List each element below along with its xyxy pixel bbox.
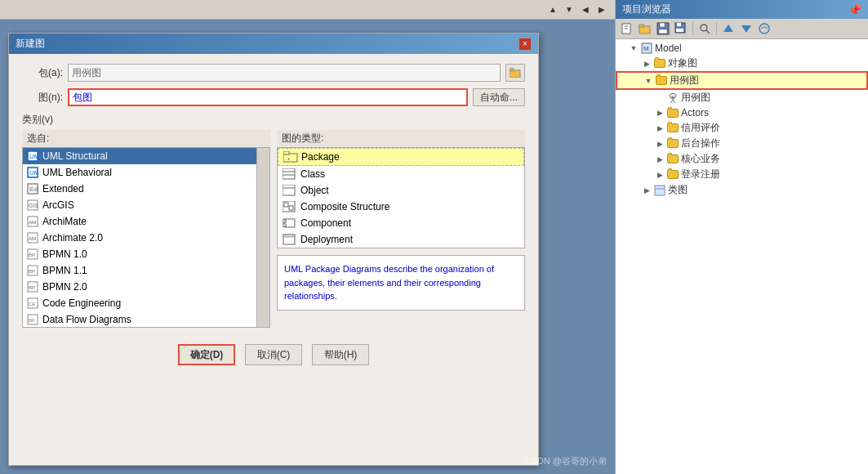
diagram-type-package[interactable]: + Package [278, 148, 524, 166]
description-area: UML Package Diagrams describe the organi… [277, 255, 525, 311]
toolbar-save-btn[interactable] [655, 20, 671, 37]
object-type-label: Object [300, 185, 329, 196]
toolbar-link-btn[interactable] [756, 20, 772, 37]
tree-use-case-folder-label: 用例图 [670, 74, 699, 87]
tree-use-case-item[interactable]: ▶ 用例图 [616, 90, 868, 105]
list-item-extended[interactable]: Ext Extended [23, 181, 256, 197]
expand-credit[interactable]: ▶ [655, 123, 665, 133]
list-item-code-eng[interactable]: CE Code Engineering [23, 295, 256, 311]
list-item-label: ArcGIS [42, 199, 74, 211]
class-diagram-icon [283, 168, 296, 180]
tree-use-case-folder[interactable]: ▼ 用例图 [616, 71, 868, 90]
tree-login-label: 登录注册 [681, 168, 720, 181]
tree-objects[interactable]: ▶ 对象图 [616, 56, 868, 71]
tree-class-folder[interactable]: ▶ 类图 [616, 182, 868, 198]
class-type-label: Class [300, 168, 325, 180]
tree-class-label: 类图 [668, 183, 688, 197]
svg-text:BP: BP [29, 269, 35, 274]
toolbar-open-btn[interactable] [637, 20, 653, 37]
list-item-label: BPMN 1.1 [42, 265, 87, 276]
cancel-button[interactable]: 取消(C) [245, 344, 302, 365]
diagram-type-object[interactable]: Object [278, 182, 524, 199]
confirm-button[interactable]: 确定(D) [178, 344, 235, 365]
toolbar-nav-right[interactable]: ▶ [595, 3, 608, 16]
toolbar-up-btn[interactable]: ▲ [546, 3, 559, 16]
toolbar-up-nav-btn[interactable] [720, 20, 737, 37]
tree-model-root[interactable]: ▼ M Model [616, 41, 868, 56]
sidebar-tree[interactable]: ▼ M Model ▶ 对象图 ▼ 用例图 [616, 39, 868, 474]
tree-use-case-item-label: 用例图 [681, 91, 710, 105]
expand-model[interactable]: ▼ [629, 43, 639, 53]
toolbar-divider2 [716, 22, 717, 35]
svg-text:UML: UML [29, 153, 38, 160]
categories-scrollbar[interactable] [256, 148, 269, 327]
tree-login-folder[interactable]: ▶ 登录注册 [616, 167, 868, 182]
list-item-uml-structural[interactable]: UML UML Structural [23, 148, 256, 164]
composite-type-label: Composite Structure [300, 201, 389, 212]
expand-login[interactable]: ▶ [655, 170, 665, 180]
tree-credit-folder[interactable]: ▶ 信用评价 [616, 120, 868, 136]
expand-use-case[interactable]: ▼ [643, 76, 653, 86]
toolbar-search-btn[interactable] [697, 20, 713, 37]
backend-folder-icon [666, 137, 679, 150]
diagram-types-panel: 图的类型: + [277, 130, 525, 328]
package-diagram-icon: + [283, 151, 296, 163]
diagram-name-input[interactable] [68, 88, 468, 106]
expand-core[interactable]: ▶ [655, 154, 665, 164]
toolbar-nav-left[interactable]: ◀ [579, 3, 592, 16]
sidebar-pin-btn[interactable]: 📌 [848, 3, 861, 16]
toolbar-new-btn[interactable] [619, 20, 635, 37]
toolbar-down-nav-btn[interactable] [738, 20, 754, 37]
dialog-body: 包(a): 图(n): 自动命... 类别(v) [9, 54, 538, 382]
list-item-label: Code Engineering [42, 297, 121, 309]
list-item-archimate2[interactable]: AM Archimate 2.0 [23, 230, 256, 246]
tree-backend-folder[interactable]: ▶ 后台操作 [616, 136, 868, 151]
diagram-type-component[interactable]: Component [278, 215, 524, 231]
svg-text:BP: BP [29, 253, 35, 257]
expand-actors[interactable]: ▶ [655, 108, 665, 118]
bpmn2-icon: BP [26, 280, 39, 293]
svg-rect-25 [283, 151, 289, 154]
toolbar-save-all-btn[interactable] [673, 20, 689, 37]
toolbar-divider [692, 22, 693, 35]
tree-core-folder[interactable]: ▶ 核心业务 [616, 151, 868, 167]
dialog-title-bar: 新建图 × [9, 34, 538, 54]
svg-rect-27 [283, 168, 295, 179]
diagram-types-list[interactable]: + Package Class [277, 148, 525, 248]
svg-point-55 [759, 24, 769, 34]
type-label: 图的类型: [277, 130, 525, 148]
list-item-label: BPMN 2.0 [42, 281, 87, 293]
list-item-data-flow[interactable]: DF Data Flow Diagrams [23, 311, 256, 327]
list-item-bpmn1[interactable]: BP BPMN 1.0 [23, 246, 256, 262]
expand-backend[interactable]: ▶ [655, 139, 665, 149]
tree-actors-folder[interactable]: ▶ Actors [616, 105, 868, 120]
package-input[interactable] [68, 64, 501, 82]
toolbar-down-btn[interactable]: ▼ [563, 3, 576, 16]
list-item-bpmn2[interactable]: BP BPMN 2.0 [23, 279, 256, 295]
browse-button[interactable] [505, 64, 525, 82]
list-item-bpmn11[interactable]: BP BPMN 1.1 [23, 262, 256, 279]
svg-text:AM: AM [29, 220, 36, 225]
diagram-type-deployment[interactable]: Deployment [278, 231, 524, 248]
list-item-uml-behavioral[interactable]: UML UML Behavioral [23, 164, 256, 181]
diagram-type-composite[interactable]: Composite Structure [278, 199, 524, 215]
expand-objects[interactable]: ▶ [642, 59, 652, 69]
archimate-icon: AM [26, 215, 39, 228]
arcgis-icon: GIS [26, 199, 39, 212]
auto-name-button[interactable]: 自动命... [473, 88, 525, 106]
model-icon: M [640, 42, 653, 55]
categories-panel: 选自: UML UML Structural [22, 130, 270, 328]
bpmn1-icon: BP [26, 248, 39, 261]
svg-rect-47 [659, 29, 667, 34]
help-button[interactable]: 帮助(H) [312, 344, 369, 365]
categories-list[interactable]: UML UML Structural UML UML Behavioral [23, 148, 256, 327]
dialog-close-btn[interactable]: × [519, 38, 532, 51]
sidebar-title-bar: 项目浏览器 📌 [616, 0, 868, 19]
expand-class[interactable]: ▶ [642, 186, 652, 195]
svg-point-51 [701, 25, 707, 31]
svg-text:AM: AM [29, 236, 36, 241]
list-item-archimate[interactable]: AM ArchiMate [23, 213, 256, 230]
uml-structural-icon: UML [26, 150, 39, 163]
diagram-type-class[interactable]: Class [278, 166, 524, 182]
list-item-arcgis[interactable]: GIS ArcGIS [23, 197, 256, 213]
